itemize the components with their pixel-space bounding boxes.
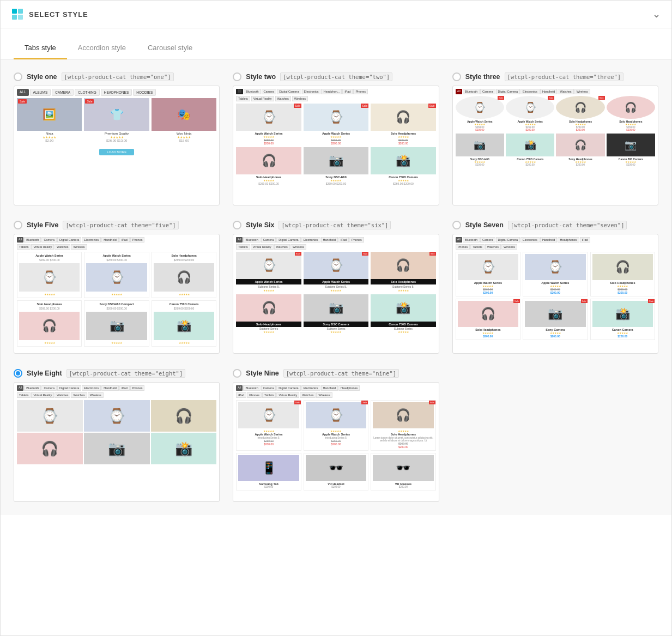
style-six-preview[interactable]: All Bluetooth Camera Digital Camera Elec… [233,234,439,354]
style-nine-name: Style Nine [246,370,279,377]
style-five-name: Style Five [27,221,58,229]
style-one-radio[interactable] [14,72,22,81]
style-two-preview[interactable]: ⬛ Bluetooth Camera Digital Camera Electr… [233,86,439,205]
style-item-two: Style two [wtcpl-product-cat theme="two"… [233,72,439,205]
style-item-nine: Style Nine [wtcpl-product-cat theme="nin… [233,369,439,502]
svg-rect-0 [12,9,17,14]
style-six-name: Style Six [246,221,274,229]
svg-rect-1 [18,9,23,14]
style-seven-radio[interactable] [452,221,461,229]
style-item-six: Style Six [wtcpl-product-cat theme="six"… [233,221,439,354]
style-six-label: Style Six [wtcpl-product-cat theme="six"… [233,221,439,229]
chevron-down-icon[interactable]: ⌄ [652,8,661,20]
widget-icon [11,8,23,20]
style-seven-label: Style Seven [wtcpl-product-cat theme="se… [452,221,658,229]
page-title: SELECT STYLE [29,10,88,19]
style-eight-label: Style Eight [wtcpl-product-cat theme="ei… [14,369,220,378]
style-one-code: [wtcpl-product-cat theme="one"] [62,72,174,81]
style-three-name: Style three [465,73,500,81]
content-area: Style one [wtcpl-product-cat theme="one"… [1,59,671,515]
style-three-label: Style three [wtcpl-product-cat theme="th… [452,72,658,81]
style-nine-radio[interactable] [233,369,241,378]
style-nine-preview[interactable]: All Bluetooth Camera Digital Camera Elec… [233,382,439,502]
style-eight-preview[interactable]: All Bluetooth Camera Digital Camera Elec… [14,382,220,502]
style-nine-label: Style Nine [wtcpl-product-cat theme="nin… [233,369,439,378]
style-item-one: Style one [wtcpl-product-cat theme="one"… [14,72,220,205]
style-two-name: Style two [246,73,276,81]
style-eight-code: [wtcpl-product-cat theme="eight"] [66,369,186,378]
style-nine-code: [wtcpl-product-cat theme="nine"] [283,369,399,378]
style-six-radio[interactable] [233,221,241,229]
style-item-seven: Style Seven [wtcpl-product-cat theme="se… [452,221,658,354]
style-five-code: [wtcpl-product-cat theme="five"] [63,221,178,229]
tab-accordion-style[interactable]: Accordion style [67,37,137,59]
style-three-code: [wtcpl-product-cat theme="three"] [505,72,624,81]
tab-tabs-style[interactable]: Tabs style [14,37,67,59]
style-one-label: Style one [wtcpl-product-cat theme="one"… [14,72,220,81]
style-three-preview[interactable]: All Bluetooth Camera Digital Camera Elec… [452,86,658,205]
style-six-code: [wtcpl-product-cat theme="six"] [279,221,391,229]
style-five-radio[interactable] [14,221,22,229]
header-left: SELECT STYLE [11,8,88,20]
style-seven-code: [wtcpl-product-cat theme="seven"] [508,221,627,229]
page-container: SELECT STYLE ⌄ Tabs style Accordion styl… [0,0,672,636]
style-item-three: Style three [wtcpl-product-cat theme="th… [452,72,658,205]
svg-rect-3 [18,15,23,20]
page-header: SELECT STYLE ⌄ [1,1,671,28]
style-item-eight: Style Eight [wtcpl-product-cat theme="ei… [14,369,220,502]
style-seven-name: Style Seven [465,221,504,229]
style-five-preview[interactable]: All Bluetooth Camera Digital Camera Elec… [14,234,220,354]
style-item-five: Style Five [wtcpl-product-cat theme="fiv… [14,221,220,354]
style-two-label: Style two [wtcpl-product-cat theme="two"… [233,72,439,81]
style-two-code: [wtcpl-product-cat theme="two"] [280,72,392,81]
tabs-bar: Tabs style Accordion style Carousel styl… [1,28,671,59]
style-eight-name: Style Eight [27,370,62,377]
style-seven-preview[interactable]: All Bluetooth Camera Digital Camera Elec… [452,234,658,354]
tab-carousel-style[interactable]: Carousel style [137,37,203,59]
style-eight-radio[interactable] [14,369,22,378]
styles-grid: Style one [wtcpl-product-cat theme="one"… [14,72,658,502]
style-one-name: Style one [27,73,57,81]
style-five-label: Style Five [wtcpl-product-cat theme="fiv… [14,221,220,229]
style-two-radio[interactable] [233,72,241,81]
style-one-preview[interactable]: ALL ALBUMS CAMERA CLOTHING HEADPHONES HO… [14,86,220,205]
style-three-radio[interactable] [452,72,461,81]
svg-rect-2 [12,15,17,20]
